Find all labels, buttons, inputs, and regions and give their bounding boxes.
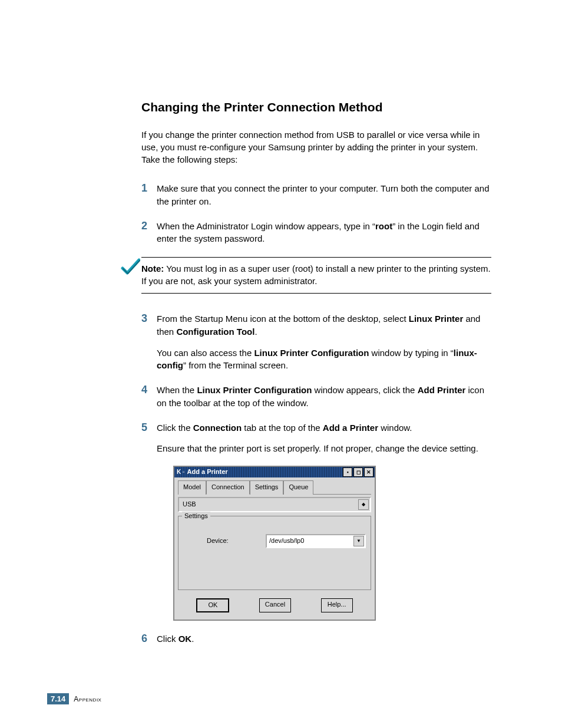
tab-settings[interactable]: Settings	[250, 480, 284, 495]
step-text: From the Startup Menu icon at the bottom…	[157, 312, 491, 372]
section-heading: Changing the Printer Connection Method	[141, 100, 491, 114]
dialog-titlebar[interactable]: K ▫ Add a Printer ▪ ◻ ✕	[174, 467, 375, 477]
step-1: 1 Make sure that you connect the printer…	[141, 182, 491, 208]
step-number: 5	[141, 421, 157, 621]
step-text: Click the Connection tab at the top of t…	[157, 421, 491, 621]
note-label: Note:	[141, 263, 164, 274]
help-button[interactable]: Help...	[321, 598, 353, 612]
dialog-title-text: Add a Printer	[187, 467, 228, 477]
step-4: 4 When the Linux Printer Configuration w…	[141, 384, 491, 410]
step-text: Click OK.	[157, 633, 491, 645]
page-number-badge: 7.14	[47, 693, 69, 704]
device-value: /dev/usb/lp0	[267, 536, 304, 546]
window-icon: K ▫	[177, 468, 185, 477]
device-select[interactable]: /dev/usb/lp0 ▼	[266, 534, 366, 548]
tab-connection[interactable]: Connection	[206, 480, 250, 495]
step-text: Make sure that you connect the printer t…	[157, 182, 491, 208]
footer-section-label: Appendix	[74, 695, 101, 703]
step-number: 1	[141, 182, 157, 208]
dialog-tabs: Model Connection Settings Queue	[178, 480, 371, 495]
tab-model[interactable]: Model	[178, 480, 206, 495]
step-text: When the Administrator Login window appe…	[157, 220, 491, 246]
maximize-icon[interactable]: ◻	[353, 467, 363, 477]
close-icon[interactable]: ✕	[364, 467, 373, 477]
step-3: 3 From the Startup Menu icon at the bott…	[141, 312, 491, 372]
intro-paragraph: If you change the printer connection met…	[141, 129, 491, 166]
updown-icon[interactable]: ◆	[358, 499, 369, 510]
step-number: 3	[141, 312, 157, 372]
settings-group: Settings Device: /dev/usb/lp0 ▼	[178, 516, 371, 590]
page-footer: 7.14 Appendix	[47, 693, 101, 704]
port-select[interactable]: USB ◆	[178, 497, 371, 512]
minimize-icon[interactable]: ▪	[343, 467, 352, 477]
note-text: You must log in as a super user (root) t…	[141, 263, 491, 286]
tab-queue[interactable]: Queue	[283, 480, 313, 495]
step-5: 5 Click the Connection tab at the top of…	[141, 421, 491, 621]
step-text: When the Linux Printer Configuration win…	[157, 384, 491, 410]
add-printer-dialog: K ▫ Add a Printer ▪ ◻ ✕ Model Connection…	[173, 466, 376, 621]
ok-button[interactable]: OK	[196, 598, 229, 612]
device-label: Device:	[183, 536, 266, 546]
step-number: 4	[141, 384, 157, 410]
dropdown-icon[interactable]: ▼	[353, 536, 364, 546]
step-number: 6	[141, 633, 157, 645]
cancel-button[interactable]: Cancel	[259, 598, 291, 612]
note-block: Note: You must log in as a super user (r…	[141, 257, 491, 294]
port-select-value: USB	[183, 500, 196, 509]
step-number: 2	[141, 220, 157, 246]
checkmark-icon	[120, 258, 140, 278]
group-label: Settings	[182, 512, 210, 521]
step-2: 2 When the Administrator Login window ap…	[141, 220, 491, 246]
step-6: 6 Click OK.	[141, 633, 491, 645]
